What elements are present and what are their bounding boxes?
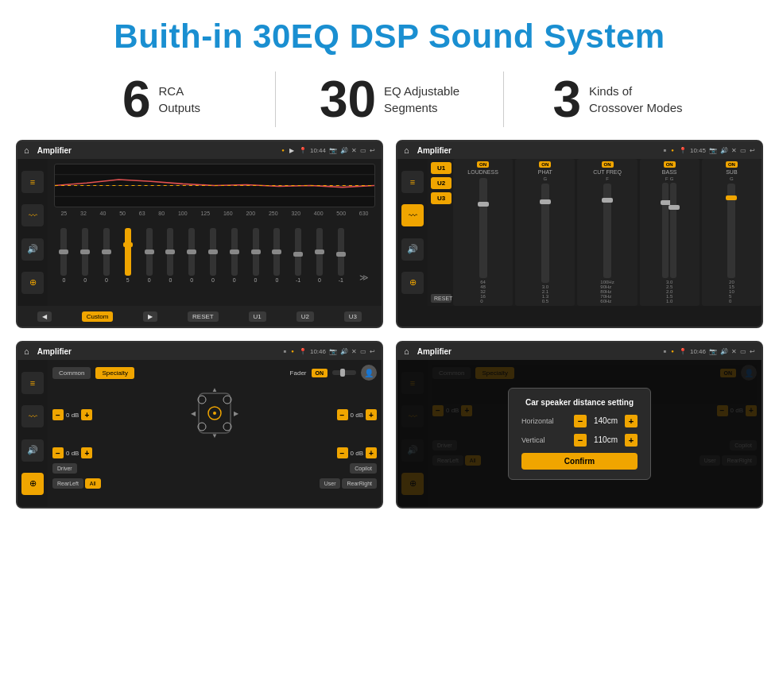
db-ctrl-topleft: − 0 dB +	[52, 409, 92, 420]
sub-slider[interactable]	[727, 184, 735, 278]
eq-slider-1[interactable]: 0	[82, 228, 88, 283]
s3-sidebar-bal[interactable]: ⊕	[21, 473, 44, 495]
eq-slider-12[interactable]: 0	[316, 228, 323, 283]
cutfreq-f-label: F	[606, 176, 609, 181]
profile-icon[interactable]: 👤	[361, 365, 377, 381]
dialog-box: Car speaker distance setting Horizontal …	[508, 388, 651, 480]
phat-slider[interactable]	[541, 184, 549, 283]
sidebar-btn-volume[interactable]: 🔊	[21, 238, 44, 261]
channel-panels: ON LOUDNESS 644832160 ON PHAT G 3.02.11.…	[453, 159, 762, 306]
s3-sidebar-wave[interactable]: 〰	[21, 405, 44, 427]
fader-h-track-1[interactable]	[332, 370, 356, 375]
app-name-2: Amplifier	[417, 146, 659, 155]
sidebar-1: ≡ 〰 🔊 ⊕	[17, 159, 48, 306]
reset-btn-2[interactable]: RESET	[431, 294, 452, 303]
eq-slider-5[interactable]: 0	[167, 228, 173, 283]
btn-copilot[interactable]: Copilot	[350, 463, 377, 474]
on-sub[interactable]: ON	[726, 161, 738, 168]
sidebar-btn-balance[interactable]: ⊕	[21, 272, 44, 294]
status-icons-2: 📍 10:45 📷 🔊 ✕ ▭ ↩	[679, 147, 755, 154]
sidebar-btn-wave[interactable]: 〰	[21, 204, 44, 226]
dot-icon-4: ■	[664, 349, 667, 354]
db-minus-tr[interactable]: −	[337, 409, 348, 420]
btn-user[interactable]: User	[320, 478, 341, 489]
svg-text:▲: ▲	[211, 386, 218, 393]
eq-slider-8[interactable]: 0	[231, 228, 238, 283]
phat-scale: 3.02.11.30.5	[542, 284, 548, 304]
volume-icon-3: 🔊	[340, 348, 348, 355]
bass-slider-f[interactable]	[662, 183, 669, 278]
eq-slider-7[interactable]: 0	[210, 228, 216, 283]
more-icon[interactable]: ≫	[359, 273, 369, 283]
cutfreq-slider[interactable]	[603, 184, 611, 278]
volume-icon-1: 🔊	[340, 147, 348, 154]
loudness-slider[interactable]	[479, 178, 487, 278]
eq-slider-6[interactable]: 0	[188, 228, 195, 283]
btn-rearright[interactable]: RearRight	[342, 478, 377, 489]
eq-slider-3[interactable]: 5	[125, 228, 131, 283]
play-btn[interactable]: ▶	[143, 311, 157, 322]
db-ctrl-br: − 0 dB +	[337, 447, 377, 458]
horizontal-value: 140cm	[590, 416, 622, 425]
on-bass[interactable]: ON	[664, 161, 676, 168]
db-plus-tl[interactable]: +	[81, 409, 92, 420]
reset-btn-1[interactable]: RESET	[188, 311, 219, 322]
status-bar-1: ⌂ Amplifier ● ▶ 📍 10:44 📷 🔊 ✕ ▭ ↩	[17, 141, 382, 159]
dot2-icon-4: ●	[671, 349, 674, 354]
tab-common[interactable]: Common	[52, 367, 91, 379]
sidebar-btn-eq[interactable]: ≡	[21, 171, 44, 193]
db-val-br: 0 dB	[351, 450, 363, 457]
db-minus-br[interactable]: −	[337, 447, 348, 458]
u2-btn[interactable]: U2	[296, 311, 314, 322]
app-name-3: Amplifier	[37, 347, 279, 356]
vertical-minus[interactable]: −	[574, 434, 587, 447]
bottom-db-row: − 0 dB + − 0 dB +	[52, 447, 377, 458]
s3-sidebar-eq[interactable]: ≡	[21, 372, 44, 394]
fader-main: Common Specialty Fader ON 👤 − 0 dB +	[48, 360, 382, 507]
db-minus-bl[interactable]: −	[52, 447, 64, 458]
ch-sidebar-btn-bal[interactable]: ⊕	[401, 272, 424, 294]
on-phat[interactable]: ON	[539, 161, 551, 168]
eq-slider-0[interactable]: 0	[60, 228, 67, 283]
bass-slider-g[interactable]	[670, 183, 676, 278]
fader-on-toggle[interactable]: ON	[312, 369, 328, 377]
eq-slider-13[interactable]: -1	[338, 228, 344, 283]
bass-sliders	[662, 181, 676, 280]
s3-sidebar-vol[interactable]: 🔊	[21, 439, 44, 462]
ch-sidebar-btn-wave[interactable]: 〰	[401, 204, 424, 226]
u3-btn[interactable]: U3	[344, 311, 362, 322]
confirm-button[interactable]: Confirm	[521, 453, 638, 470]
svg-text:▶: ▶	[234, 410, 239, 417]
db-plus-br[interactable]: +	[366, 447, 377, 458]
db-plus-tr[interactable]: +	[366, 409, 377, 420]
btn-rearleft[interactable]: RearLeft	[52, 478, 83, 489]
on-loudness[interactable]: ON	[477, 161, 489, 168]
eq-slider-2[interactable]: 0	[103, 228, 110, 283]
db-plus-bl[interactable]: +	[81, 447, 92, 458]
eq-slider-10[interactable]: 0	[273, 228, 280, 283]
ch-sidebar-btn-eq[interactable]: ≡	[401, 171, 424, 193]
vertical-plus[interactable]: +	[625, 434, 638, 447]
dot-icon-2: ■	[664, 148, 667, 153]
eq-slider-9[interactable]: 0	[253, 228, 259, 283]
preset-u2[interactable]: U2	[431, 177, 452, 189]
tab-specialty[interactable]: Specialty	[95, 367, 134, 379]
cutfreq-scale: 100Hz90Hz80Hz70Hz60Hz	[600, 280, 614, 304]
btn-all[interactable]: All	[85, 478, 101, 489]
volume-icon-4: 🔊	[720, 348, 728, 355]
preset-u3[interactable]: U3	[431, 192, 452, 204]
eq-slider-11[interactable]: -1	[295, 228, 301, 283]
horizontal-plus[interactable]: +	[625, 415, 638, 427]
custom-btn[interactable]: Custom	[82, 311, 114, 322]
btn-driver[interactable]: Driver	[52, 463, 77, 474]
stat-label-rca: RCAOutputs	[159, 83, 201, 116]
ch-sidebar-btn-vol[interactable]: 🔊	[401, 238, 424, 261]
preset-u1[interactable]: U1	[431, 162, 452, 174]
db-minus-tl[interactable]: −	[52, 409, 64, 420]
channel-bass: ON BASS FG 3.02.52.01.51.0	[640, 159, 700, 306]
on-cutfreq[interactable]: ON	[602, 161, 614, 168]
eq-slider-4[interactable]: 0	[146, 228, 153, 283]
horizontal-minus[interactable]: −	[574, 415, 587, 427]
prev-btn[interactable]: ◀	[37, 311, 52, 322]
u1-btn[interactable]: U1	[249, 311, 266, 322]
